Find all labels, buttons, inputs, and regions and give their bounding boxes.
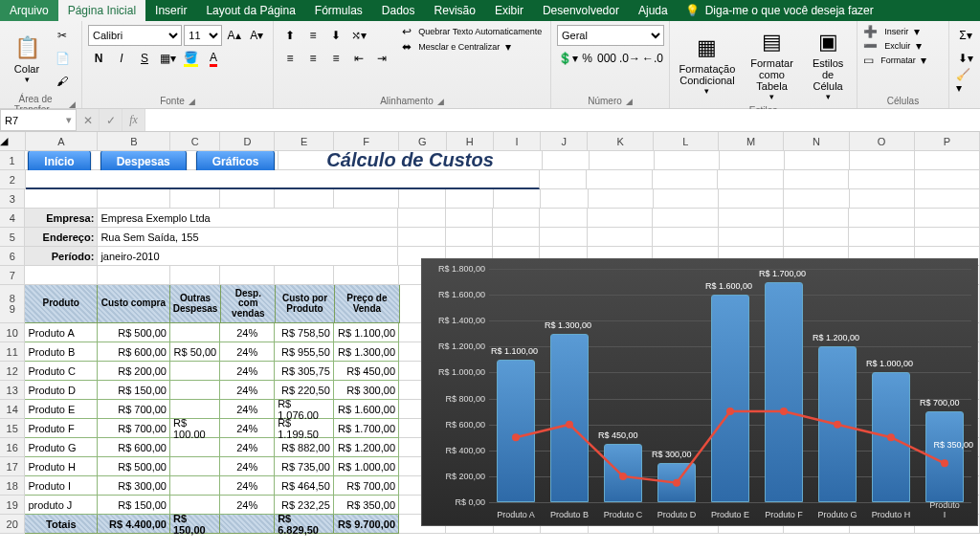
cell[interactable]: Cálculo de Custos <box>278 151 542 170</box>
column-header[interactable]: M <box>719 132 784 151</box>
align-left-button[interactable]: ≡ <box>279 48 301 69</box>
cell[interactable] <box>587 170 652 189</box>
table-cell[interactable]: 24% <box>220 496 275 515</box>
decrease-indent-button[interactable]: ⇤ <box>348 48 369 69</box>
cell[interactable] <box>849 170 914 189</box>
wrap-text-button[interactable]: ↩ Quebrar Texto Automaticamente <box>402 25 542 38</box>
row-header[interactable]: 89 <box>0 285 25 323</box>
cell[interactable] <box>915 209 980 228</box>
column-header[interactable]: J <box>541 132 588 151</box>
table-cell[interactable]: Produto H <box>25 457 98 476</box>
column-header[interactable]: H <box>447 132 494 151</box>
align-middle-button[interactable]: ≡ <box>302 25 323 46</box>
table-cell[interactable]: R$ 882,00 <box>275 438 334 457</box>
percent-format-button[interactable]: % <box>580 48 594 69</box>
table-cell[interactable]: R$ 464,50 <box>275 476 334 496</box>
table-cell[interactable]: R$ 350,00 <box>334 496 399 515</box>
cell[interactable] <box>850 189 915 209</box>
borders-button[interactable]: ▦▾ <box>157 48 178 69</box>
comma-format-button[interactable]: 000 <box>596 48 617 69</box>
cell[interactable] <box>653 209 718 228</box>
table-cell[interactable]: R$ 1.200,00 <box>334 438 399 457</box>
cell[interactable] <box>25 189 98 209</box>
font-size-select[interactable]: 11 <box>184 25 221 46</box>
cell[interactable] <box>590 151 655 170</box>
column-header[interactable]: A <box>26 132 99 151</box>
cell[interactable] <box>719 228 784 247</box>
column-header[interactable]: L <box>654 132 719 151</box>
paste-button[interactable]: 📋 Colar ▾ <box>6 25 48 92</box>
row-header[interactable]: 17 <box>0 457 25 476</box>
increase-font-button[interactable]: A▴ <box>224 25 245 46</box>
column-header[interactable]: P <box>915 132 980 151</box>
info-value[interactable]: Empresa Exemplo Ltda <box>98 209 398 228</box>
table-cell[interactable]: Produto A <box>25 323 98 342</box>
font-color-button[interactable]: A <box>203 48 224 69</box>
tab-view[interactable]: Exibir <box>485 0 533 21</box>
table-cell[interactable]: Produto D <box>25 381 98 400</box>
cell[interactable] <box>588 228 653 247</box>
increase-decimal-button[interactable]: .0→ <box>619 48 640 69</box>
column-header[interactable]: I <box>494 132 541 151</box>
table-cell[interactable]: R$ 450,00 <box>334 362 399 381</box>
cell[interactable] <box>588 209 653 228</box>
row-header[interactable]: 7 <box>0 266 25 285</box>
format-cells-button[interactable]: ▭ Formatar ▾ <box>863 54 943 67</box>
table-cell[interactable]: 24% <box>220 438 275 457</box>
fill-button[interactable]: ⬇▾ <box>955 48 976 69</box>
table-cell[interactable]: R$ 600,00 <box>98 342 170 362</box>
increase-indent-button[interactable]: ⇥ <box>371 48 392 69</box>
table-cell[interactable]: R$ 1.199,50 <box>275 419 334 438</box>
table-cell[interactable] <box>170 323 220 342</box>
table-cell[interactable]: Produto F <box>25 419 98 438</box>
cell[interactable] <box>785 151 850 170</box>
table-cell[interactable] <box>170 381 220 400</box>
cell[interactable] <box>398 209 445 228</box>
format-painter-button[interactable]: 🖌 <box>52 71 73 92</box>
table-cell[interactable]: R$ 300,00 <box>98 476 170 496</box>
tab-formulas[interactable]: Fórmulas <box>305 0 372 21</box>
table-cell[interactable]: R$ 700,00 <box>98 419 170 438</box>
copy-button[interactable]: 📄 <box>52 48 73 69</box>
cell[interactable] <box>275 189 334 209</box>
cell[interactable]: InícioDespesasGráficos <box>25 151 278 170</box>
row-header[interactable]: 3 <box>0 189 25 209</box>
cell[interactable] <box>493 228 540 247</box>
align-right-button[interactable]: ≡ <box>325 48 346 69</box>
row-header[interactable]: 14 <box>0 400 25 419</box>
table-cell[interactable]: 24% <box>220 323 275 342</box>
table-cell[interactable]: 24% <box>220 419 275 438</box>
table-cell[interactable]: R$ 758,50 <box>275 323 334 342</box>
cell[interactable] <box>915 170 980 189</box>
row-header[interactable]: 15 <box>0 419 25 438</box>
cell[interactable] <box>915 151 980 170</box>
table-cell[interactable]: R$ 735,00 <box>275 457 334 476</box>
cell[interactable] <box>398 228 445 247</box>
table-cell[interactable]: R$ 1.000,00 <box>334 457 399 476</box>
table-cell[interactable]: 24% <box>220 381 275 400</box>
cell[interactable] <box>275 266 334 285</box>
row-header[interactable]: 6 <box>0 247 25 266</box>
row-header[interactable]: 12 <box>0 362 25 381</box>
row-header[interactable]: 5 <box>0 228 25 247</box>
cell[interactable] <box>719 209 784 228</box>
row-header[interactable]: 16 <box>0 438 25 457</box>
table-cell[interactable]: R$ 300,00 <box>334 381 399 400</box>
table-cell[interactable]: 24% <box>220 476 275 496</box>
cell[interactable] <box>654 189 719 209</box>
table-cell[interactable]: R$ 100,00 <box>170 419 220 438</box>
cell[interactable] <box>850 151 915 170</box>
table-cell[interactable]: R$ 50,00 <box>170 342 220 362</box>
cell[interactable] <box>220 189 275 209</box>
tab-data[interactable]: Dados <box>372 0 425 21</box>
table-cell[interactable]: R$ 1.100,00 <box>334 323 399 342</box>
row-header[interactable]: 1 <box>0 151 25 170</box>
cell[interactable] <box>784 228 849 247</box>
table-cell[interactable]: R$ 1.700,00 <box>334 419 399 438</box>
info-value[interactable]: Rua Sem Saída, 155 <box>98 228 398 247</box>
cell[interactable] <box>540 170 588 189</box>
table-cell[interactable] <box>170 476 220 496</box>
conditional-formatting-button[interactable]: ▦Formatação Condicional▾ <box>676 25 739 103</box>
table-cell[interactable] <box>170 457 220 476</box>
cell[interactable] <box>540 228 587 247</box>
